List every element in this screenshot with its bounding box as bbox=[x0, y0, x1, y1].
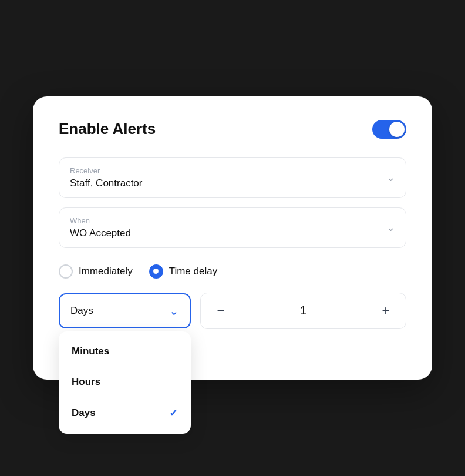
minutes-option[interactable]: Minutes bbox=[59, 336, 191, 367]
receiver-chevron-icon: ⌄ bbox=[386, 171, 395, 184]
receiver-label: Receiver bbox=[70, 166, 395, 175]
stepper-value: 1 bbox=[300, 304, 306, 317]
plus-icon: + bbox=[382, 304, 390, 317]
when-dropdown[interactable]: When WO Accepted ⌄ bbox=[59, 207, 406, 248]
alert-settings-card: Enable Alerts Receiver Staff, Contractor… bbox=[33, 96, 432, 380]
immediately-label: Immediately bbox=[79, 266, 133, 277]
time-delay-radio[interactable] bbox=[149, 264, 163, 279]
days-check-icon: ✓ bbox=[169, 407, 178, 420]
hours-option[interactable]: Hours bbox=[59, 367, 191, 397]
time-delay-controls: Days ⌄ − 1 + Minutes Hours Days ✓ bbox=[59, 293, 406, 329]
decrement-button[interactable]: − bbox=[211, 301, 230, 320]
days-option[interactable]: Days ✓ bbox=[59, 397, 191, 429]
toggle-thumb bbox=[389, 122, 405, 137]
time-delay-label: Time delay bbox=[169, 266, 218, 277]
card-header: Enable Alerts bbox=[59, 120, 406, 139]
days-label: Days bbox=[72, 407, 96, 419]
days-selected-label: Days bbox=[70, 305, 93, 317]
minus-icon: − bbox=[217, 304, 225, 317]
immediately-option[interactable]: Immediately bbox=[59, 264, 133, 279]
days-dropdown-menu: Minutes Hours Days ✓ bbox=[59, 331, 191, 434]
increment-button[interactable]: + bbox=[376, 301, 395, 320]
enable-alerts-toggle[interactable] bbox=[372, 120, 406, 139]
quantity-stepper: − 1 + bbox=[200, 293, 406, 329]
hours-label: Hours bbox=[72, 376, 100, 388]
card-title: Enable Alerts bbox=[59, 120, 156, 138]
receiver-dropdown[interactable]: Receiver Staff, Contractor ⌄ bbox=[59, 157, 406, 198]
field-group: Receiver Staff, Contractor ⌄ When WO Acc… bbox=[59, 157, 406, 248]
days-chevron-icon: ⌄ bbox=[169, 304, 179, 318]
minutes-label: Minutes bbox=[72, 346, 109, 357]
when-value: WO Accepted bbox=[70, 227, 131, 239]
when-chevron-icon: ⌄ bbox=[386, 221, 395, 234]
receiver-value: Staff, Contractor bbox=[70, 177, 142, 189]
immediately-radio[interactable] bbox=[59, 264, 73, 279]
time-delay-option[interactable]: Time delay bbox=[149, 264, 218, 279]
toggle-track[interactable] bbox=[372, 120, 406, 139]
timing-radio-group: Immediately Time delay bbox=[59, 264, 406, 279]
days-unit-dropdown[interactable]: Days ⌄ bbox=[59, 293, 191, 328]
when-label: When bbox=[70, 216, 395, 225]
